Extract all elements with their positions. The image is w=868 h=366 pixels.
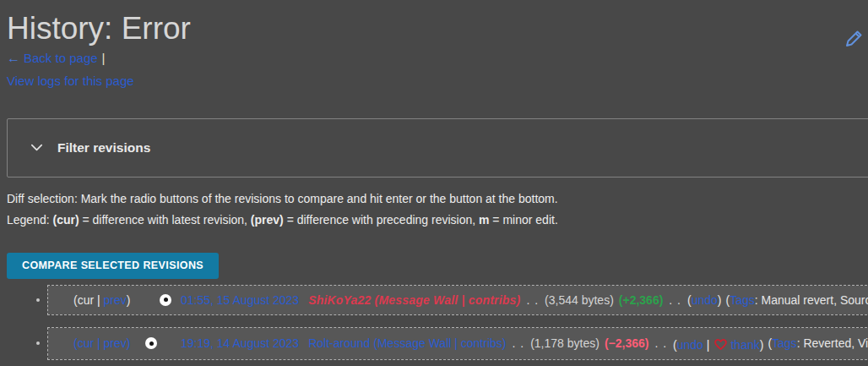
diff-radio-older[interactable]	[145, 337, 157, 349]
breadcrumb: ←Back to page|	[7, 50, 868, 66]
radio-slot-empty	[145, 294, 157, 306]
tags-list: Manual revert, Source edit	[762, 293, 868, 307]
curprev-group: (cur | prev)	[73, 293, 134, 307]
byte-change-positive: (+2,366)	[619, 293, 664, 307]
legend-prev: (prev)	[251, 213, 284, 227]
undo-link[interactable]: undo	[692, 293, 718, 307]
undo-group: (undo)	[687, 293, 722, 307]
legend-text: Legend: (cur) = difference with latest r…	[7, 213, 868, 227]
page-title: History: Error	[7, 0, 868, 47]
filter-revisions-label: Filter revisions	[57, 140, 150, 156]
radio-slot-empty	[160, 337, 171, 349]
diff-selection-text: Diff selection: Mark the radio buttons o…	[7, 192, 868, 205]
user-tools-group: (Message Wall | contribs)	[375, 293, 521, 307]
back-to-page-link[interactable]: Back to page	[24, 51, 98, 65]
tags-link[interactable]: Tags	[730, 293, 755, 307]
user-link[interactable]: ShiKoYa22	[308, 293, 371, 307]
revision-date-link[interactable]: 01:55, 15 August 2023	[181, 293, 299, 307]
revision-list: (cur | prev) 01:55, 15 August 2023 ShiKo…	[7, 286, 868, 359]
diff-radio-columns	[145, 337, 171, 349]
revision-size: (3,544 bytes)	[545, 293, 614, 307]
user-tools-group: (Message Wall | contribs)	[373, 336, 506, 350]
tags-list: Reverted, Visual edit	[803, 336, 868, 350]
message-wall-link[interactable]: Message Wall	[378, 293, 458, 307]
revision-date-link[interactable]: 19:19, 14 August 2023	[181, 336, 299, 350]
history-page: History: Error ←Back to page| View logs …	[0, 0, 868, 366]
revision-row-1: (cur | prev) 01:55, 15 August 2023 ShiKo…	[48, 286, 868, 314]
tags-group: (Tags: Reverted, Visual edit)	[768, 336, 868, 350]
back-arrow-icon: ←	[7, 51, 20, 65]
heart-icon	[713, 340, 728, 353]
legend-cur: (cur)	[53, 213, 79, 227]
tags-group: (Tags: Manual revert, Source edit)	[726, 293, 868, 307]
user-link[interactable]: Rolt-around	[308, 336, 370, 350]
prev-link[interactable]: prev	[104, 336, 127, 350]
diff-radio-columns	[145, 294, 171, 306]
undo-thank-group: (undo |thank)	[673, 336, 763, 352]
nav-separator: |	[102, 51, 106, 65]
edit-pencil-icon[interactable]	[844, 28, 865, 48]
chevron-down-icon	[29, 139, 45, 156]
undo-link[interactable]: undo	[677, 338, 703, 352]
diff-radio-newer[interactable]	[160, 294, 171, 306]
message-wall-link[interactable]: Message Wall	[377, 336, 451, 350]
byte-change-negative: (−2,366)	[605, 336, 649, 350]
view-logs-link[interactable]: View logs for this page	[7, 74, 134, 88]
cur-link[interactable]: cur	[78, 336, 94, 350]
revision-size: (1,178 bytes)	[530, 336, 599, 350]
thank-link[interactable]: thank	[730, 338, 759, 352]
revision-row-2: (cur | prev) 19:19, 14 August 2023 Rolt-…	[48, 328, 868, 359]
cur-label: cur	[78, 293, 94, 307]
contribs-link[interactable]: contribs	[461, 336, 502, 350]
contribs-link[interactable]: contribs	[469, 293, 517, 307]
curprev-group: (cur | prev)	[73, 336, 134, 350]
filter-revisions-toggle[interactable]: Filter revisions	[7, 118, 868, 178]
prev-link[interactable]: prev	[104, 293, 127, 307]
tags-link[interactable]: Tags	[772, 336, 797, 350]
legend-minor: m	[479, 213, 489, 227]
compare-selected-revisions-button[interactable]: COMPARE SELECTED REVISIONS	[7, 253, 219, 279]
